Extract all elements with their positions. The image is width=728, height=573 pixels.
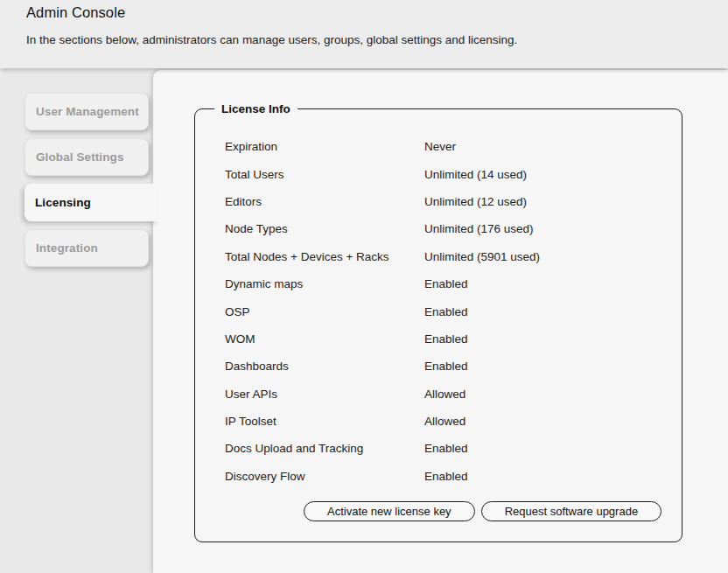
license-value: Unlimited (14 used) xyxy=(424,168,527,181)
license-label: Node Types xyxy=(225,222,424,235)
license-row: Dynamic maps Enabled xyxy=(225,270,682,297)
license-label: Docs Upload and Tracking xyxy=(225,442,424,455)
license-row: User APIs Allowed xyxy=(225,381,682,408)
license-info-fieldset: License Info Expiration Never Total User… xyxy=(194,102,682,542)
header-bar: Admin Console In the sections below, adm… xyxy=(0,0,728,68)
license-row: Discovery Flow Enabled xyxy=(225,463,682,490)
license-label: Discovery Flow xyxy=(225,470,424,483)
license-label: Dynamic maps xyxy=(225,277,424,290)
license-value: Enabled xyxy=(424,442,468,455)
activate-license-button[interactable]: Activate new license key xyxy=(304,501,475,521)
license-value: Unlimited (5901 used) xyxy=(424,250,540,263)
request-upgrade-button[interactable]: Request software upgrade xyxy=(481,501,662,521)
license-value: Unlimited (176 used) xyxy=(424,222,534,235)
license-row: WOM Enabled xyxy=(225,325,682,353)
license-label: Expiration xyxy=(225,140,424,153)
license-label: WOM xyxy=(225,332,424,346)
license-rows: Expiration Never Total Users Unlimited (… xyxy=(195,115,682,490)
content-panel: License Info Expiration Never Total User… xyxy=(153,70,728,573)
license-value: Enabled xyxy=(424,332,468,346)
tab-integration[interactable]: Integration xyxy=(24,229,149,267)
license-value: Allowed xyxy=(424,388,466,401)
page-description: In the sections below, administrators ca… xyxy=(26,33,517,46)
license-value: Enabled xyxy=(424,277,468,290)
tab-label: Global Settings xyxy=(36,150,124,164)
license-row: Expiration Never xyxy=(225,133,682,160)
license-actions: Activate new license key Request softwar… xyxy=(195,501,682,521)
license-label: Total Nodes + Devices + Racks xyxy=(225,250,424,263)
license-label: OSP xyxy=(225,305,424,318)
license-row: OSP Enabled xyxy=(225,297,682,325)
tab-global-settings[interactable]: Global Settings xyxy=(24,138,149,176)
page-title: Admin Console xyxy=(26,4,125,21)
license-label: Total Users xyxy=(225,168,424,181)
license-row: Total Nodes + Devices + Racks Unlimited … xyxy=(225,243,682,270)
tab-label: User Management xyxy=(36,105,139,118)
license-value: Unlimited (12 used) xyxy=(424,195,527,208)
license-row: Dashboards Enabled xyxy=(225,353,682,380)
license-value: Enabled xyxy=(424,305,468,318)
license-value: Allowed xyxy=(424,415,466,428)
tab-licensing[interactable]: Licensing xyxy=(24,184,158,221)
license-label: Editors xyxy=(225,195,424,208)
license-value: Enabled xyxy=(424,360,468,373)
license-label: IP Toolset xyxy=(225,415,424,428)
license-row: Docs Upload and Tracking Enabled xyxy=(225,435,682,462)
license-label: User APIs xyxy=(225,388,424,401)
license-row: IP Toolset Allowed xyxy=(225,408,682,435)
license-row: Total Users Unlimited (14 used) xyxy=(225,160,682,187)
license-value: Enabled xyxy=(424,470,468,483)
license-info-legend: License Info xyxy=(214,102,298,115)
license-row: Node Types Unlimited (176 used) xyxy=(225,215,682,242)
license-row: Editors Unlimited (12 used) xyxy=(225,188,682,215)
license-value: Never xyxy=(424,140,456,153)
section-tabs: User Management Global Settings Licensin… xyxy=(24,93,158,275)
tab-label: Licensing xyxy=(35,196,91,209)
license-label: Dashboards xyxy=(225,360,424,373)
tab-label: Integration xyxy=(36,241,98,255)
tab-user-management[interactable]: User Management xyxy=(24,93,149,130)
